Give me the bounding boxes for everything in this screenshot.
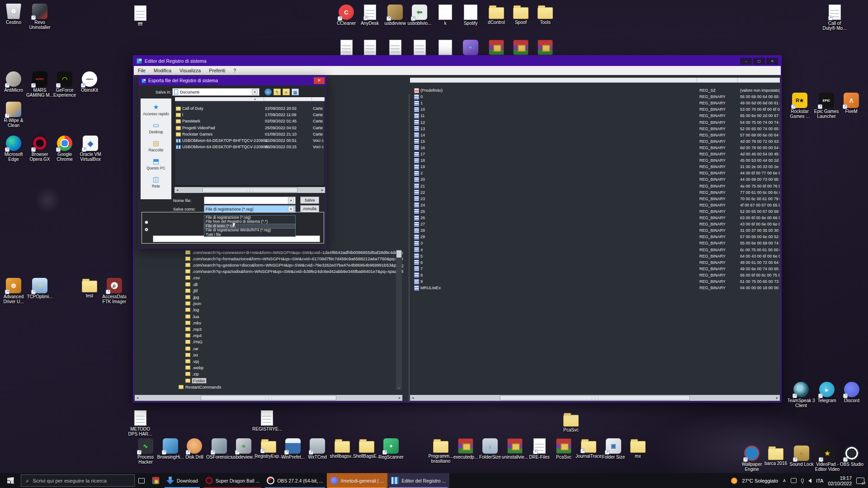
file-row[interactable]: l17/09/2022 11:09Carte (175, 113, 325, 118)
save-in-combobox[interactable]: Documenti ▾ (172, 88, 259, 96)
value-row-25[interactable]: 25REG_BINARY52 00 65 00 67 00 69 00 73 0… (410, 208, 780, 215)
value-row-19[interactable]: 19REG_BINARY31 00 2e 00 33 00 2e 00 00 0… (410, 164, 780, 170)
desktop-icon-spotify[interactable]: ⚙⚙Spotify (456, 5, 485, 26)
filename-dropdown-arrow[interactable]: ▾ (288, 197, 294, 203)
values-column-header[interactable] (410, 78, 780, 83)
desktop-icon-fivem[interactable]: Λ↗FiveM (837, 93, 866, 114)
desktop-icon-obs-studio[interactable]: ↗OBS Studio (837, 446, 866, 467)
file-list-scroll-left[interactable]: ◂ (175, 188, 180, 192)
maximize-button[interactable]: ▢ (753, 58, 765, 65)
tree-item[interactable]: .rar (185, 345, 198, 352)
value-row-MRUListEx[interactable]: MRUListExREG_BINARY04 00 00 00 18 00 00 … (410, 285, 780, 291)
tree-item[interactable]: .PNG (185, 339, 203, 345)
desktop-icon-cestino[interactable]: ♻Cestino (0, 4, 28, 25)
menu-visualizza[interactable]: Visualizza (175, 68, 205, 73)
tree-item[interactable]: .txt (185, 352, 198, 358)
file-row[interactable]: USBOblivion-64-DESKTOP-BHFTQCV-220908...… (175, 145, 325, 150)
menu-help[interactable]: ? (229, 68, 240, 73)
desktop-icon-mx[interactable]: mx (623, 438, 652, 459)
save-in-dropdown-arrow[interactable]: ▾ (252, 89, 258, 95)
value-row-5[interactable]: 5REG_BINARY64 00 43 00 6f 00 6e 00 74 00… (410, 253, 780, 259)
taskbar-button-metodi-generali[interactable]: #metodi-generali | ... (327, 473, 388, 488)
desktop-icon-r-wipe-[interactable]: ↗R-Wipe & Clean (0, 102, 28, 128)
taskbar-button-editor-del-registro[interactable]: Editor del Registro ... (387, 473, 449, 488)
tray-app-icon[interactable] (791, 478, 797, 483)
cancel-button[interactable]: Annulla (300, 205, 319, 212)
tree-item[interactable]: .mp3 (185, 326, 202, 332)
tree-item[interactable]: .log (185, 307, 199, 313)
file-list-scroll-right[interactable]: ▸ (320, 188, 325, 192)
tree-item[interactable]: .json (185, 300, 201, 307)
tree-item[interactable]: RestartCommands (179, 384, 221, 390)
menu-file[interactable]: File (134, 68, 150, 73)
file-row[interactable]: Rockstar Games01/09/2022 21:10Carte (175, 132, 325, 138)
export-all-radio[interactable] (145, 221, 148, 224)
value-row-0[interactable]: 0REG_BINARY56 00 69 00 64 00 65 00 6f 00… (410, 94, 780, 100)
back-button-icon[interactable]: ← (264, 89, 272, 95)
file-list-header[interactable]: ▲ (175, 97, 325, 101)
tree-item[interactable]: .zip (185, 371, 199, 377)
value-row-11[interactable]: 11REG_BINARY65 00 6e 00 2d 00 67 00 62 0… (410, 113, 780, 119)
sidebar-item-raccolte[interactable]: ▤Raccolte (148, 138, 163, 152)
desktop-icon-sound-lock[interactable]: ∩↗Sound Lock (787, 446, 816, 467)
value-row-16[interactable]: 16REG_BINARY6d 00 78 00 00 00 54 00 00 0… (410, 145, 780, 151)
value-row-13[interactable]: 13REG_BINARY52 00 65 00 74 00 65 00 00 0… (410, 126, 780, 132)
desktop-icon-tcpoptimi-[interactable]: ✛↗TCPOptimi... (25, 278, 54, 299)
desktop-icon-k[interactable]: ⚙⚙k (431, 5, 460, 26)
tree-item[interactable]: .csv (185, 275, 200, 281)
file-row[interactable]: USBOblivion-64-DESKTOP-BHFTQCV-220902...… (175, 138, 325, 144)
desktop-icon-ffff[interactable]: ffff (126, 5, 155, 27)
tree-item[interactable]: .com/search?q=connesioni+di+rete&form=WN… (185, 249, 403, 255)
dialog-titlebar[interactable]: Esporta file del Registro di sistema (139, 76, 326, 85)
value-row-9[interactable]: 9REG_BINARY51 00 75 00 65 00 73 00 74 00… (410, 278, 780, 285)
menu-preferiti[interactable]: Preferiti (205, 68, 229, 73)
save-button[interactable]: Salva (300, 197, 319, 204)
value-row-27[interactable]: 27REG_BINARY43 00 6f 00 6e 00 6e 00 65 0… (410, 221, 780, 227)
file-row[interactable]: Progetti VideoPad25/09/2022 04:02Carte (175, 126, 325, 131)
tree-item[interactable]: .lua (185, 313, 199, 319)
desktop-icon-discord[interactable]: ↗Discord (837, 382, 866, 403)
minimize-button[interactable]: – (740, 58, 752, 65)
desktop-icon-metodo[interactable]: METODO DPS HAR... (126, 410, 155, 436)
tree-horizontal-scrollbar[interactable]: ◂ ⋮⋮⋮ ▸ (135, 395, 402, 401)
desktop-icon-advanced[interactable]: ⚙↗Advanced Driver U... (0, 278, 28, 304)
tree-item[interactable]: Folder (185, 377, 206, 384)
tree-item[interactable]: .mkv (185, 319, 201, 326)
tree-item[interactable]: .com/search?q=gestione+disco&form=WNSGPH… (185, 262, 403, 268)
sidebar-item-rete[interactable]: ◫Rete (151, 174, 161, 188)
new-folder-icon[interactable]: ✶ (283, 89, 290, 95)
window-titlebar[interactable]: Editor del Registro di sistema –▢✕ (134, 56, 781, 66)
speaker-icon[interactable] (808, 479, 811, 483)
taskbar-button-obs-27-2-4-64-bit[interactable]: OBS 27.2.4 (64-bit, ... (263, 473, 327, 488)
desktop-icon-rockstar[interactable]: R★↗Rockstar Games ... (785, 93, 814, 119)
value-row-29[interactable]: 29REG_BINARY57 00 69 00 6e 00 52 00 41 0… (410, 234, 780, 240)
tree-item[interactable]: .vpj (185, 358, 199, 364)
filetype-option[interactable]: File di registrazione (*.reg) (204, 216, 295, 220)
tree-scroll-thumb[interactable] (396, 250, 401, 258)
notification-center-icon[interactable]: 17 (856, 478, 864, 484)
sidebar-item-questo-pc[interactable]: ⬒Questo PC (146, 156, 165, 170)
value-row-8[interactable]: 8REG_BINARY56 00 6f 00 6c 00 75 00 6d 00… (410, 272, 780, 278)
up-one-level-icon[interactable]: ↰ (274, 89, 281, 95)
desktop-icon-microsoft[interactable]: ↗Microsoft Edge (0, 136, 28, 162)
pinned-winrar-button[interactable] (148, 473, 163, 488)
filetype-option[interactable]: File di registrazione Win9x/NT4 (*.reg) (204, 228, 295, 232)
value-row-20[interactable]: 20REG_BINARY44 00 69 00 73 00 6b 00 00 0… (410, 176, 780, 183)
tree-item[interactable]: .com/search?q=formattazione&form=WNSGPH&… (185, 255, 403, 262)
value-row-26[interactable]: 26REG_BINARY63 00 6f 00 6e 00 66 00 69 0… (410, 215, 780, 221)
value-row-24[interactable]: 24REG_BINARY4f 00 67 00 67 00 65 00 74 0… (410, 202, 780, 208)
file-list-horizontal-scrollbar[interactable]: ◂ ⋮⋮⋮ ▸ (175, 187, 325, 193)
desktop-icon-antimicro[interactable]: ↗AntiMicro (0, 71, 28, 93)
tree-item[interactable]: .jfif (185, 287, 198, 294)
desktop-icon-teamspeak-3[interactable]: ↗TeamSpeak 3 Client (787, 382, 816, 408)
value-row-21[interactable]: 21REG_BINARY4e 00 75 00 6f 00 76 00 6f 0… (410, 183, 780, 189)
desktop-icon-pcasvc[interactable]: PcaSvc (557, 412, 585, 432)
value-row-2[interactable]: 2REG_BINARY44 00 6f 00 77 00 6e 00 6c 00… (410, 170, 780, 176)
desktop-icon-barca-2016[interactable]: barca 2016 (761, 446, 790, 466)
desktop-icon-regscanner[interactable]: ✦↗RegScanner (377, 438, 406, 460)
value-row-14[interactable]: 14REG_BINARY57 00 69 00 6e 00 64 00 6f 0… (410, 132, 780, 138)
value-row-6[interactable]: 6REG_BINARY48 00 61 00 72 00 64 00 00 00… (410, 259, 780, 266)
taskbar-button-super-dragon-ball[interactable]: Super Dragon Ball ... (202, 473, 263, 488)
desktop-icon-usboblivio-[interactable]: ⬅↗usboblivio... (405, 5, 434, 26)
desktop-icon-anydesk[interactable]: ↗AnyDesk (355, 5, 384, 26)
